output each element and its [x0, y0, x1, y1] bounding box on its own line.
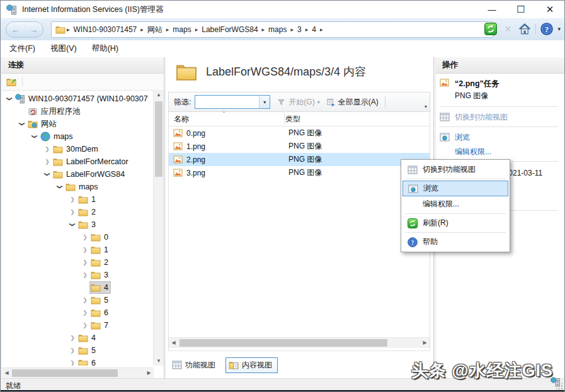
tree-item-labelformercator[interactable]: LabelForMercator: [2, 155, 154, 168]
scroll-down-icon[interactable]: ▼: [154, 356, 164, 366]
tree-item-maps-site[interactable]: maps: [2, 130, 154, 143]
scroll-right-icon[interactable]: ▶: [420, 338, 430, 348]
tree-item-3-4-selected[interactable]: 4: [2, 281, 154, 294]
tab-content-view[interactable]: 内容视图: [225, 357, 278, 373]
expander-closed-icon[interactable]: [80, 322, 90, 328]
expander-closed-icon[interactable]: [80, 234, 90, 240]
help-dropdown-icon[interactable]: ▾: [557, 26, 561, 32]
go-button[interactable]: 开始(G) ▾: [277, 97, 319, 108]
context-menu-switch-to-features-view[interactable]: 切换到功能视图: [402, 162, 508, 177]
file-row-3png[interactable]: 3.png PNG 图像: [169, 166, 430, 179]
breadcrumb-item-sites[interactable]: 网站: [145, 25, 165, 35]
context-menu-refresh[interactable]: 刷新(R): [402, 215, 508, 231]
context-menu-browse[interactable]: 浏览: [402, 181, 508, 196]
tree-item-app-pools[interactable]: 应用程序池: [2, 105, 154, 118]
breadcrumb-item-maps2[interactable]: maps: [266, 25, 289, 34]
breadcrumb-item-server[interactable]: WIN10-903071457: [71, 25, 140, 34]
tree-item-3-6[interactable]: 6: [2, 306, 154, 319]
tree-item-3-3[interactable]: 3: [2, 269, 154, 281]
minimize-button[interactable]: —: [477, 1, 506, 18]
combo-dropdown-icon[interactable]: ▾: [259, 96, 270, 108]
action-browse[interactable]: 浏览: [440, 132, 559, 143]
tab-features-view[interactable]: 功能视图: [169, 358, 220, 372]
expander-open-icon[interactable]: [30, 133, 40, 140]
expander-closed-icon[interactable]: [67, 335, 77, 341]
forward-icon[interactable]: →: [30, 25, 38, 35]
file-row-2png-selected[interactable]: 2.png PNG 图像: [169, 153, 430, 166]
action-edit-permissions[interactable]: 编辑权限...: [440, 147, 559, 157]
scroll-right-icon[interactable]: ▶: [144, 368, 154, 378]
context-menu-edit-permissions[interactable]: 编辑权限...: [402, 196, 508, 212]
expander-open-icon[interactable]: [17, 121, 27, 127]
expander-closed-icon[interactable]: [80, 310, 90, 316]
expander-closed-icon[interactable]: [80, 247, 90, 253]
tree-item-3-5[interactable]: 5: [2, 294, 154, 306]
tree-item-2[interactable]: 2: [2, 206, 154, 218]
scroll-left-icon[interactable]: ◀: [169, 338, 178, 348]
expander-closed-icon[interactable]: [42, 159, 52, 165]
scroll-up-icon[interactable]: ▲: [154, 90, 164, 99]
tree-item-30mdem[interactable]: 30mDem: [2, 143, 154, 155]
tree-item-1[interactable]: 1: [2, 193, 154, 206]
menu-file[interactable]: 文件(F): [3, 43, 42, 54]
tree-horizontal-scrollbar[interactable]: ◀ ▶: [2, 367, 154, 378]
close-button[interactable]: ✕: [535, 1, 564, 18]
refresh-icon[interactable]: [484, 23, 497, 35]
tree-vertical-scrollbar[interactable]: ▲ ▼: [153, 90, 164, 366]
menu-view[interactable]: 视图(V): [44, 43, 83, 54]
tree-item-3[interactable]: 3: [2, 218, 154, 231]
scrollbar-thumb[interactable]: [155, 101, 163, 177]
menu-help[interactable]: 帮助(H): [86, 43, 125, 54]
toolbar-overflow-icon[interactable]: ▾: [425, 104, 427, 111]
breadcrumb-item-3[interactable]: 3: [295, 25, 304, 34]
expander-open-icon[interactable]: [42, 171, 52, 177]
scrollbar-thumb[interactable]: [180, 339, 387, 347]
action-switch-to-features-view[interactable]: 切换到功能视图: [440, 112, 559, 123]
new-connection-icon[interactable]: [6, 76, 18, 87]
expander-open-icon[interactable]: [4, 96, 14, 102]
expander-closed-icon[interactable]: [67, 347, 77, 354]
breadcrumb-item-4[interactable]: 4: [309, 25, 319, 34]
tree-item-3-0[interactable]: 0: [2, 231, 154, 244]
filter-toolbar: 筛选: ▾ 开始(G) ▾ 全部显示(A) ▾: [168, 92, 430, 112]
back-icon[interactable]: ←: [11, 25, 20, 35]
tree-item-sites[interactable]: 网站: [2, 118, 154, 130]
filter-combobox[interactable]: ▾: [195, 95, 270, 109]
expander-closed-icon[interactable]: [42, 146, 52, 152]
toolbar-divider: [385, 96, 385, 108]
tree-item-maps-folder[interactable]: maps: [2, 181, 154, 193]
expander-closed-icon[interactable]: [80, 297, 90, 303]
tree-item-5[interactable]: 5: [2, 344, 154, 357]
expander-open-icon[interactable]: [55, 184, 65, 190]
tree-item-labelforwgs84[interactable]: LabelForWGS84: [2, 168, 154, 181]
breadcrumb-item-labelforwgs84[interactable]: LabelForWGS84: [199, 25, 260, 34]
tree-item-6[interactable]: 6: [2, 357, 154, 366]
expander-closed-icon[interactable]: [80, 259, 90, 266]
tree-item-4[interactable]: 4: [2, 332, 154, 344]
column-divider[interactable]: [284, 113, 285, 125]
file-row-1png[interactable]: 1.png PNG 图像: [169, 140, 430, 153]
home-icon[interactable]: [518, 23, 531, 35]
help-icon[interactable]: [540, 23, 553, 35]
go-dropdown-icon[interactable]: ▾: [317, 99, 320, 105]
file-row-0png[interactable]: 0.png PNG 图像: [169, 126, 430, 140]
filter-input[interactable]: [195, 96, 259, 108]
tree-item-3-1[interactable]: 1: [2, 244, 154, 256]
scroll-left-icon[interactable]: ◀: [2, 368, 11, 378]
context-menu-help[interactable]: 帮助: [402, 234, 508, 250]
maximize-button[interactable]: ☐: [506, 1, 535, 18]
breadcrumb-item-maps[interactable]: maps: [170, 25, 193, 34]
show-all-button[interactable]: 全部显示(A): [326, 97, 379, 108]
tree-item-3-2[interactable]: 2: [2, 256, 154, 269]
expander-closed-icon[interactable]: [67, 360, 77, 366]
tree-item-3-7[interactable]: 7: [2, 319, 154, 332]
column-header-type[interactable]: 类型: [279, 114, 300, 125]
scrollbar-thumb[interactable]: [12, 369, 118, 377]
expander-open-icon[interactable]: [67, 221, 77, 228]
list-horizontal-scrollbar[interactable]: ◀ ▶: [169, 337, 430, 348]
breadcrumb[interactable]: WIN10-903071457 网站 maps LabelForWGS84 ma…: [51, 21, 493, 38]
expander-closed-icon[interactable]: [67, 196, 77, 203]
expander-closed-icon[interactable]: [67, 209, 77, 215]
tree-item-server[interactable]: WIN10-903071457 (WIN10-90307: [2, 92, 154, 105]
expander-closed-icon[interactable]: [80, 272, 90, 278]
